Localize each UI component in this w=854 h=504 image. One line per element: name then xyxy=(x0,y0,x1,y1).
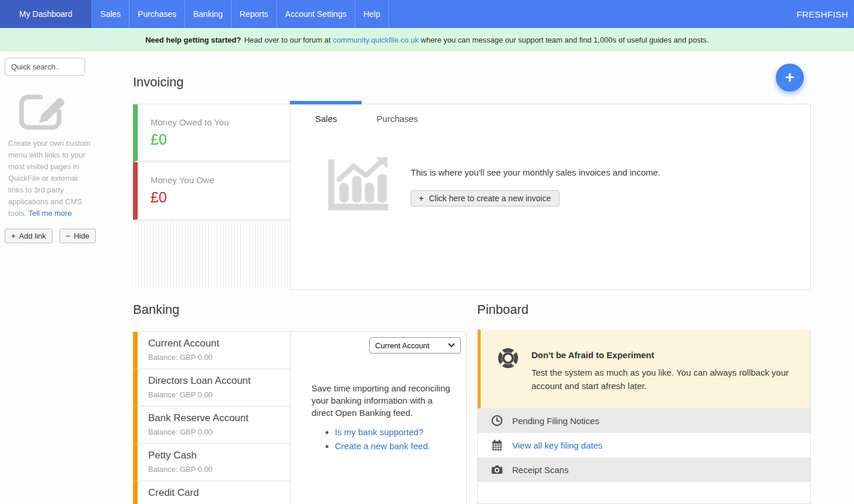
nav-item-help[interactable]: Help xyxy=(355,0,389,28)
is-my-bank-supported-link[interactable]: Is my bank supported? xyxy=(335,427,424,437)
notice-post-link-text: where you can message our support team a… xyxy=(421,36,709,44)
hide-label: Hide xyxy=(74,232,89,240)
bank-account-name: Credit Card xyxy=(148,487,290,499)
money-you-owe-label: Money You Owe xyxy=(150,175,290,185)
bank-account-balance: Balance: GBP 0.00 xyxy=(148,428,290,436)
bank-account-balance: Balance: GBP 0.00 xyxy=(148,465,290,474)
bank-account-row-petty-cash[interactable]: Petty Cash Balance: GBP 0.00 xyxy=(133,444,290,481)
clock-icon xyxy=(491,414,505,427)
plus-icon: + xyxy=(419,194,424,203)
bank-account-select[interactable]: Current Account xyxy=(369,337,461,354)
minus-icon: − xyxy=(66,232,71,240)
create-invoice-label: Click here to create a new invoice xyxy=(429,194,551,203)
bank-account-row-credit-card[interactable]: Credit Card Balance: GBP 0.00 xyxy=(133,481,290,504)
sidebar: Create your own custom menu with links t… xyxy=(0,51,131,504)
help-notice-bar: Need help getting started? Head over to … xyxy=(0,28,854,51)
bank-feed-links: Is my bank supported? Create a new bank … xyxy=(335,427,430,455)
nav-item-sales[interactable]: Sales xyxy=(92,0,130,28)
money-you-owe-amount: £0 xyxy=(150,189,290,206)
tab-sales[interactable]: Sales xyxy=(290,104,362,132)
bank-account-select-value: Current Account xyxy=(375,341,429,350)
view-key-filing-dates-link[interactable]: View all key filing dates xyxy=(512,440,603,450)
money-owed-amount: £0 xyxy=(150,131,290,148)
sales-empty-state-text: This is where you'll see your monthly sa… xyxy=(411,167,660,177)
banking-title: Banking xyxy=(133,302,180,317)
notice-bold-text: Need help getting started? xyxy=(145,36,241,44)
add-link-button[interactable]: + Add link xyxy=(5,229,52,243)
bank-account-list: Current Account Balance: GBP 0.00 Direct… xyxy=(133,331,290,504)
placeholder-stripes xyxy=(133,220,290,288)
pinboard-item-receipt-scans[interactable]: Receipt Scans xyxy=(478,457,810,482)
notice-pre-link-text: Head over to our forum at xyxy=(244,36,331,44)
custom-menu-description-text: Create your own custom menu with links t… xyxy=(8,139,90,218)
bank-account-balance: Balance: GBP 0.00 xyxy=(148,390,290,399)
experiment-tip-panel: Don't be Afraid to Experiment Test the s… xyxy=(478,330,810,408)
open-banking-description: Save time importing and reconciling your… xyxy=(312,382,453,419)
tell-me-more-link[interactable]: Tell me more xyxy=(28,209,71,218)
plus-icon: + xyxy=(11,232,16,240)
list-item: Create a new bank feed. xyxy=(335,441,430,451)
tab-purchases[interactable]: Purchases xyxy=(362,104,433,132)
lifebuoy-icon xyxy=(498,348,519,371)
bank-account-row-bank-reserve[interactable]: Bank Reserve Account Balance: GBP 0.00 xyxy=(133,407,290,444)
nav-item-my-dashboard[interactable]: My Dashboard xyxy=(0,0,92,28)
pinboard-item-key-filing-dates[interactable]: View all key filing dates xyxy=(478,433,810,457)
bank-account-name: Directors Loan Account xyxy=(148,375,290,387)
invoicing-tab-card: Sales Purchases This is where you'll see… xyxy=(290,104,811,290)
nav-item-purchases[interactable]: Purchases xyxy=(130,0,185,28)
camera-icon xyxy=(491,463,505,476)
create-new-button[interactable]: + xyxy=(776,64,804,92)
community-forum-link[interactable]: community.quickfile.co.uk xyxy=(332,36,418,44)
add-link-label: Add link xyxy=(19,232,46,240)
money-owed-label: Money Owed to You xyxy=(150,117,290,127)
custom-menu-description: Create your own custom menu with links t… xyxy=(8,138,91,219)
pinboard-title: Pinboard xyxy=(477,302,528,317)
nav-item-account-settings[interactable]: Account Settings xyxy=(277,0,355,28)
invoicing-summary-panel: Money Owed to You £0 Money You Owe £0 xyxy=(133,104,290,290)
invoicing-title: Invoicing xyxy=(133,75,184,90)
bank-account-balance: Balance: GBP 0.00 xyxy=(148,353,290,362)
money-you-owe-card[interactable]: Money You Owe £0 xyxy=(133,162,290,220)
bank-feed-card: Current Account Save time importing and … xyxy=(290,331,467,504)
hide-button[interactable]: − Hide xyxy=(60,229,96,243)
pinboard-item-label: Pending Filing Notices xyxy=(512,416,599,426)
top-navigation: My Dashboard Sales Purchases Banking Rep… xyxy=(0,0,854,28)
chevron-down-icon xyxy=(448,343,455,348)
pencil-square-icon xyxy=(16,89,68,133)
company-name: FRESHFISH xyxy=(790,0,854,28)
tip-text: Test the system as much as you like. You… xyxy=(531,366,810,393)
calendar-icon xyxy=(491,439,505,452)
bank-account-name: Bank Reserve Account xyxy=(148,412,290,424)
pinboard-card: Don't be Afraid to Experiment Test the s… xyxy=(477,330,811,504)
quick-search-input[interactable] xyxy=(5,58,85,76)
nav-item-banking[interactable]: Banking xyxy=(185,0,232,28)
pinboard-item-pending-filing-notices[interactable]: Pending Filing Notices xyxy=(478,408,810,433)
tip-title: Don't be Afraid to Experiment xyxy=(531,350,654,360)
bank-account-row-current[interactable]: Current Account Balance: GBP 0.00 xyxy=(133,332,290,369)
bar-chart-icon xyxy=(325,157,391,215)
bank-account-row-directors-loan[interactable]: Directors Loan Account Balance: GBP 0.00 xyxy=(133,369,290,407)
bank-account-name: Petty Cash xyxy=(148,450,290,461)
money-owed-card[interactable]: Money Owed to You £0 xyxy=(133,104,290,162)
plus-icon: + xyxy=(785,68,794,87)
create-invoice-button[interactable]: + Click here to create a new invoice xyxy=(411,190,559,206)
nav-item-reports[interactable]: Reports xyxy=(232,0,277,28)
list-item: Is my bank supported? xyxy=(335,427,430,437)
bank-account-name: Current Account xyxy=(148,338,290,349)
create-new-bank-feed-link[interactable]: Create a new bank feed. xyxy=(335,441,430,451)
invoicing-tabs: Sales Purchases xyxy=(290,104,810,132)
active-tab-indicator xyxy=(290,101,362,104)
pinboard-item-label: Receipt Scans xyxy=(512,465,569,475)
